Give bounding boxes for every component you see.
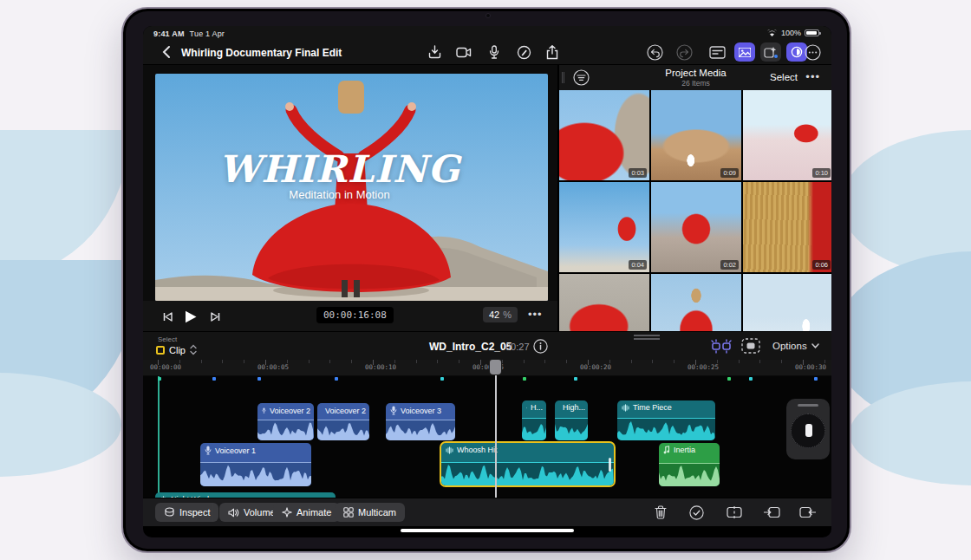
share-icon[interactable] <box>544 44 561 60</box>
media-thumbnail[interactable] <box>651 274 741 331</box>
battery-icon <box>805 29 819 36</box>
ipad-device: 9:41 AMTue 1 Apr 100% Whirling Documenta… <box>121 7 851 553</box>
trim-handle[interactable] <box>609 458 611 472</box>
media-browser-icon[interactable] <box>734 42 755 62</box>
jog-grab-bar[interactable] <box>798 404 818 407</box>
overlay-view-icon[interactable] <box>741 338 760 355</box>
draw-tool-icon[interactable] <box>515 44 532 60</box>
playhead-handle[interactable] <box>490 360 501 374</box>
ruler-label: 00:00:10 <box>365 363 396 371</box>
media-thumbnail[interactable]: 0:02 <box>651 182 741 272</box>
music-note-icon <box>663 446 670 454</box>
effects-icon[interactable] <box>760 42 781 62</box>
multicam-button[interactable]: Multicam <box>335 503 405 522</box>
timeline-clip-voiceover-1[interactable]: Voiceover 1 <box>200 443 311 486</box>
select-mode-label: Select <box>158 335 177 343</box>
timeline-marker[interactable] <box>158 377 161 381</box>
more-options-icon[interactable] <box>804 44 821 60</box>
insert-right-icon <box>799 506 816 518</box>
append-button[interactable] <box>798 504 817 521</box>
video-title-overlay: WHIRLING <box>143 147 536 191</box>
decor-circle <box>0 373 121 477</box>
jog-knob[interactable] <box>805 424 812 437</box>
undo-icon[interactable] <box>646 44 663 60</box>
enable-clip-button[interactable] <box>687 504 706 521</box>
overwrite-button[interactable] <box>762 504 781 521</box>
clip-duration-badge: 0:10 <box>812 168 831 178</box>
media-thumbnail[interactable] <box>559 274 649 331</box>
timeline-marker[interactable] <box>212 377 216 381</box>
timeline-clip-name: WD_Intro_C2_05 <box>429 341 512 353</box>
sound-effect-icon <box>446 446 453 454</box>
timeline-clip-voiceover-2b[interactable]: Voiceover 2 <box>317 403 369 440</box>
up-down-chevron-icon <box>190 344 197 355</box>
timeline-marker[interactable] <box>749 377 753 381</box>
clip-duration-badge: 0:06 <box>812 260 831 270</box>
timeline-marker[interactable] <box>440 377 444 381</box>
select-button[interactable]: Select <box>770 72 798 82</box>
timeline-clip-high[interactable]: High... <box>555 400 588 440</box>
viewer-more-button[interactable]: ••• <box>528 308 543 321</box>
app-screen: 9:41 AMTue 1 Apr 100% Whirling Documenta… <box>143 26 831 537</box>
timeline-marker[interactable] <box>574 377 577 381</box>
import-icon[interactable] <box>426 44 443 60</box>
play-button[interactable] <box>182 308 199 325</box>
info-icon[interactable] <box>533 339 548 354</box>
jog-dial[interactable] <box>791 413 825 448</box>
connect-clips-icon[interactable] <box>711 338 732 355</box>
trash-icon <box>655 505 667 519</box>
blade-icon <box>727 506 742 518</box>
redo-icon[interactable] <box>675 44 693 60</box>
timeline-marker[interactable] <box>727 377 731 381</box>
timeline-marker[interactable] <box>523 377 526 381</box>
microphone-icon[interactable] <box>486 44 503 60</box>
animate-button[interactable]: Animate <box>273 503 340 522</box>
previous-frame-button[interactable] <box>159 308 176 325</box>
timeline-marker[interactable] <box>814 377 818 381</box>
top-toolbar: Whirling Documentary Final Edit <box>143 40 831 65</box>
clip-tool-picker[interactable]: Clip <box>156 344 197 355</box>
status-date: Tue 1 Apr <box>190 29 225 38</box>
media-more-button[interactable]: ••• <box>805 70 820 83</box>
timeline-header: Select Clip WD_Intro_C2_05 00:27 <box>143 331 831 360</box>
bottom-toolbar: Inspect Volume Animate Multicam <box>143 498 831 526</box>
timeline-clip-whoosh-hit[interactable]: Whoosh Hit <box>440 441 616 487</box>
zoom-level-button[interactable]: 42% <box>483 307 518 322</box>
speaker-icon <box>228 508 239 518</box>
next-frame-button[interactable] <box>206 308 224 325</box>
media-thumbnail[interactable] <box>743 274 831 331</box>
playhead[interactable] <box>495 360 497 498</box>
timeline-marker[interactable] <box>335 377 338 381</box>
timeline-resize-handle[interactable] <box>634 335 660 340</box>
timeline-clip-voiceover-2a[interactable]: Voiceover 2 <box>257 403 314 440</box>
ruler-label: 00:00:20 <box>580 363 611 371</box>
clip-tool-icon <box>156 346 165 355</box>
multicam-icon <box>343 507 354 518</box>
timeline-tracks[interactable]: Voiceover 2 Voiceover 2 Voiceover 3 H... <box>143 376 831 498</box>
media-thumbnail[interactable]: 0:06 <box>743 182 831 272</box>
media-thumbnail[interactable]: 0:03 <box>559 90 649 180</box>
home-indicator[interactable] <box>401 529 574 532</box>
timeline-clip-time-piece[interactable]: Time Piece <box>617 400 715 440</box>
toolbar-divider <box>212 504 213 521</box>
media-thumbnail[interactable]: 0:09 <box>651 90 741 180</box>
jog-wheel[interactable] <box>786 399 830 459</box>
decor-circle <box>0 130 130 277</box>
timeline-clip-inertia[interactable]: Inertia <box>659 443 720 486</box>
mic-icon <box>390 406 397 415</box>
blade-split-button[interactable] <box>725 504 744 521</box>
sound-effect-icon <box>526 404 527 412</box>
media-thumbnail[interactable]: 0:10 <box>743 90 831 180</box>
media-thumbnail[interactable]: 0:04 <box>559 182 649 272</box>
timeline-marker[interactable] <box>257 377 261 381</box>
back-button[interactable] <box>160 45 174 59</box>
titles-icon[interactable] <box>708 44 726 60</box>
timeline-clip-h[interactable]: H... <box>522 400 546 440</box>
delete-button[interactable] <box>651 504 670 521</box>
timeline-ruler[interactable]: 00:00:00 00:00:05 00:00:10 00:00:15 00:0… <box>143 360 831 376</box>
inspect-button[interactable]: Inspect <box>155 503 218 522</box>
timeline-clip-voiceover-3[interactable]: Voiceover 3 <box>386 403 455 440</box>
camera-icon[interactable] <box>455 44 472 60</box>
options-button[interactable]: Options <box>772 341 819 351</box>
checkmark-circle-icon <box>689 505 704 520</box>
